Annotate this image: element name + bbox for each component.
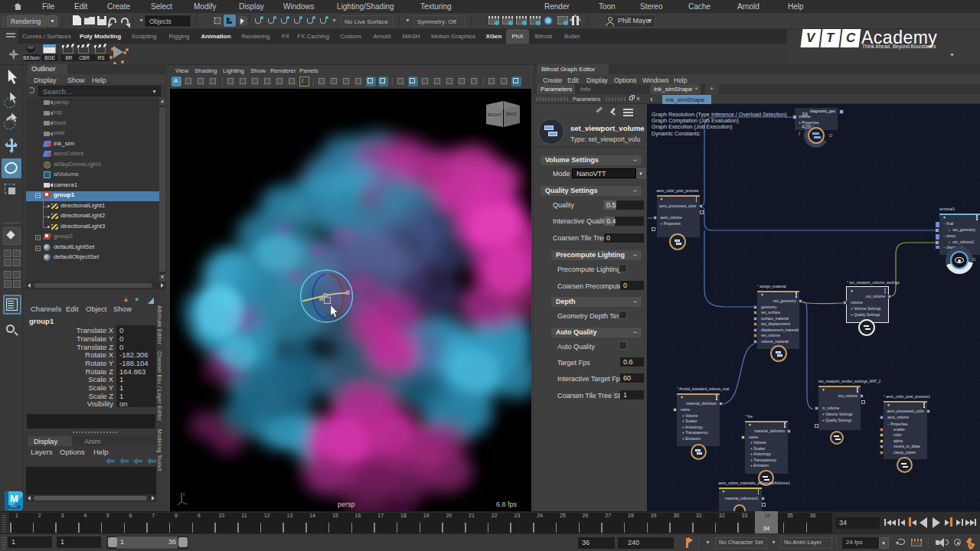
svg-text:y: y — [183, 491, 185, 496]
svg-text:BACK: BACK — [506, 112, 517, 116]
svg-text:RIGHT: RIGHT — [488, 112, 502, 117]
